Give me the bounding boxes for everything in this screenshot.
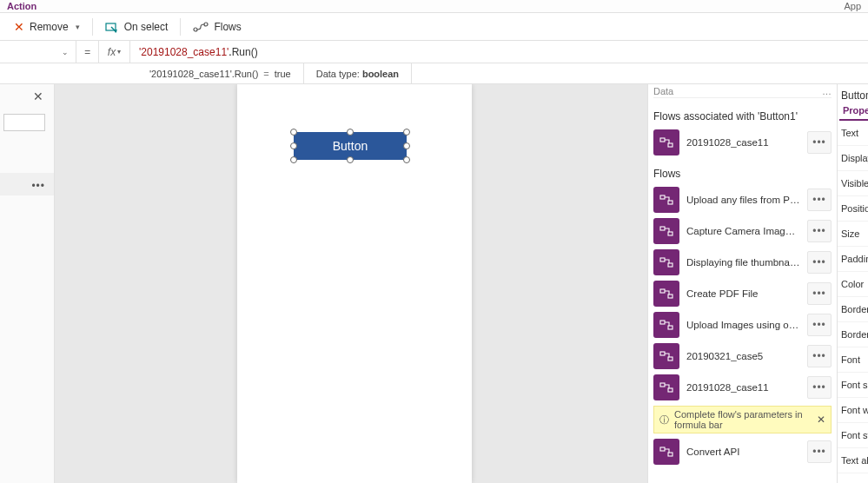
tree-item-more-button[interactable]: ••• [31,180,45,192]
flow-more-button[interactable]: ••• [807,282,832,305]
property-row[interactable]: Font si [838,373,868,398]
data-panel-title: Data [653,86,673,96]
close-icon[interactable]: ✕ [817,414,825,426]
svg-rect-13 [660,321,665,324]
svg-rect-16 [668,357,673,361]
main-area: ✕ ••• Button Data … Flows associated wit… [0,84,868,483]
onselect-icon [105,21,119,33]
resize-handle-bm[interactable] [347,156,354,163]
flow-more-button[interactable]: ••• [807,345,832,367]
data-panel-more-icon[interactable]: … [822,86,832,96]
property-row[interactable]: Color [838,272,868,297]
flow-more-button[interactable]: ••• [807,189,832,211]
flow-item[interactable]: 20191028_case11••• [653,129,832,155]
app-header: Action App [0,0,868,13]
formula-input[interactable]: '20191028_case11'.Run() [130,41,868,63]
property-row[interactable]: Border [838,297,868,322]
svg-rect-3 [660,138,665,142]
flow-item[interactable]: Capture Camera Image t...••• [653,218,832,244]
warning-banner: ⓘ Complete flow's parameters in formula … [653,406,832,433]
svg-point-1 [194,28,197,31]
svg-rect-9 [660,258,665,261]
property-row[interactable]: Visible [838,171,868,196]
flow-item[interactable]: Upload Images using ow...••• [653,312,832,338]
ribbon-toolbar: ✕ Remove ▾ On select Flows [0,13,868,41]
svg-rect-15 [660,352,665,355]
formula-datatype-cell: Data type: boolean [304,63,412,83]
property-row[interactable]: Font [838,347,868,373]
onselect-button[interactable]: On select [96,17,177,36]
property-row[interactable]: Text [838,121,868,146]
separator [180,18,181,36]
flow-icon [653,343,679,369]
chevron-down-icon: ▾ [76,23,80,31]
resize-handle-tr[interactable] [403,129,410,136]
resize-handle-tm[interactable] [347,129,354,136]
property-dropdown[interactable]: ⌄ [0,41,76,63]
svg-rect-7 [660,227,665,230]
flow-item[interactable]: Displaying file thumbnail...••• [653,249,832,275]
close-icon[interactable]: ✕ [33,89,43,103]
flow-label: 20190321_case5 [686,351,800,361]
flows-icon [193,21,209,33]
flows-button[interactable]: Flows [184,17,249,36]
result-eq: = [263,69,268,79]
app-menu[interactable]: App [844,1,861,11]
tree-search-input[interactable] [3,114,45,131]
property-row[interactable]: Font st [838,423,868,448]
property-row[interactable]: Border [838,322,868,347]
canvas[interactable]: Button [55,84,647,483]
remove-icon: ✕ [14,20,24,34]
flow-icon [653,312,679,338]
tree-item[interactable] [0,173,54,195]
resize-handle-mr[interactable] [403,142,410,149]
flow-label: Create PDF File [686,288,800,299]
resize-handle-tl[interactable] [290,129,297,136]
property-row[interactable]: Text al [838,448,868,473]
property-row[interactable]: Paddin [838,247,868,272]
resize-handle-ml[interactable] [290,142,297,149]
flow-more-button[interactable]: ••• [807,440,832,463]
flow-label: Upload Images using ow... [686,320,800,330]
resize-handle-br[interactable] [403,156,410,163]
svg-rect-19 [660,447,665,451]
flow-item[interactable]: Upload any files from Po...••• [653,187,832,213]
fx-button[interactable]: fx▾ [99,41,130,63]
svg-rect-6 [668,201,673,204]
properties-tab[interactable]: Proper [839,103,868,121]
remove-button[interactable]: ✕ Remove ▾ [5,17,89,37]
flow-label: Upload any files from Po... [686,195,800,205]
flow-icon [653,187,679,213]
flows-associated-title: Flows associated with 'Button1' [653,110,832,122]
flow-more-button[interactable]: ••• [807,376,832,399]
flow-item[interactable]: Convert API••• [653,439,832,465]
chevron-down-icon: ▾ [117,48,121,56]
flow-more-button[interactable]: ••• [807,220,832,242]
separator [92,18,93,36]
flow-item[interactable]: Create PDF File••• [653,281,832,307]
flows-label: Flows [214,21,241,33]
ribbon-tab-action[interactable]: Action [7,1,36,11]
property-row[interactable]: Display [838,146,868,171]
flow-icon [653,281,679,307]
flow-more-button[interactable]: ••• [807,251,832,274]
flow-more-button[interactable]: ••• [807,314,832,336]
flow-item[interactable]: 20191028_case11••• [653,374,832,400]
flow-label: 20191028_case11 [686,382,800,393]
property-row[interactable]: Positio [838,196,868,222]
result-value: true [275,69,291,79]
resize-handle-bl[interactable] [290,156,297,163]
property-row[interactable]: Size [838,222,868,247]
svg-rect-4 [668,143,673,147]
flow-item[interactable]: 20190321_case5••• [653,343,832,369]
flow-icon [653,249,679,275]
formula-bar: ⌄ = fx▾ '20191028_case11'.Run() [0,41,868,63]
svg-rect-12 [668,294,673,298]
data-panel: Data … Flows associated with 'Button1' 2… [647,84,837,483]
svg-rect-20 [668,453,673,456]
remove-label: Remove [30,21,69,33]
warning-text: Complete flow's parameters in formula ba… [674,409,812,430]
properties-title: Button [838,84,868,103]
flow-more-button[interactable]: ••• [807,131,832,154]
property-row[interactable]: Font w [838,398,868,423]
